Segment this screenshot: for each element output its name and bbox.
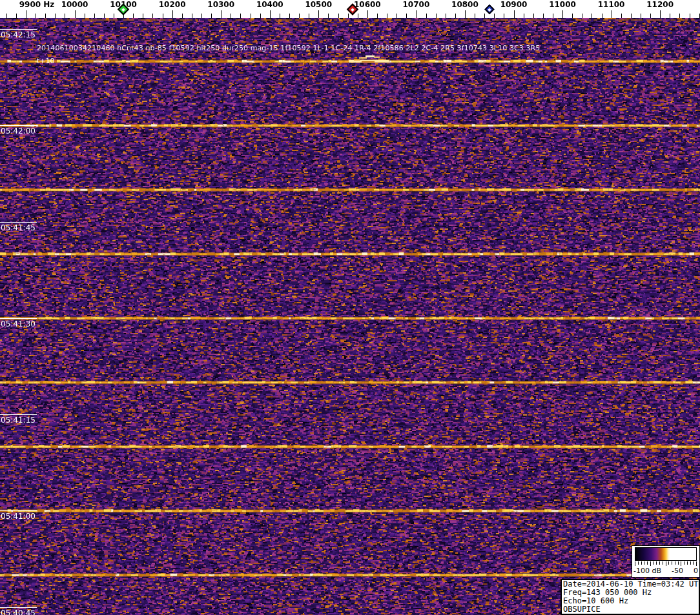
frequency-tick: [572, 14, 573, 18]
frequency-tick: [494, 14, 495, 18]
frequency-tick: [484, 14, 485, 18]
frequency-tick: [455, 14, 456, 18]
frequency-tick: [582, 14, 582, 18]
colorbar-label: -100 dB: [633, 567, 661, 575]
time-tick: [0, 318, 37, 319]
time-label: 05:41:30: [1, 319, 36, 328]
colorbar-gradient: [635, 547, 697, 561]
frequency-tick: [533, 14, 534, 18]
frequency-tick: [231, 14, 231, 18]
frequency-tick: [152, 14, 153, 18]
frequency-tick: [446, 14, 446, 18]
frequency-tick: [6, 14, 7, 18]
freq-tick-label: 9900 Hz: [19, 0, 55, 9]
frequency-tick: [328, 14, 329, 18]
time-label: 05:40:45: [1, 609, 36, 615]
frequency-tick: [396, 14, 397, 18]
frequency-tick: [260, 14, 261, 18]
spectrogram-app-window: 9900 Hz100001010010200103001040010500106…: [0, 0, 700, 615]
info-line: OBSUPICE: [562, 605, 699, 614]
frequency-tick: [26, 10, 26, 18]
frequency-tick: [348, 14, 349, 18]
frequency-tick: [221, 10, 221, 18]
frequency-tick: [416, 10, 417, 18]
frequency-tick: [699, 14, 700, 18]
time-label: 05:41:00: [1, 512, 36, 521]
frequency-tick: [553, 14, 553, 18]
frequency-tick: [299, 14, 300, 18]
frequency-tick: [318, 10, 319, 18]
frequency-tick: [251, 14, 251, 18]
frequency-tick: [163, 14, 163, 18]
freq-tick-label: 10500: [305, 0, 332, 9]
frequency-tick: [377, 14, 378, 18]
frequency-tick: [143, 14, 143, 18]
frequency-tick: [631, 14, 632, 18]
event-annotation: 20140610034210460 hCnt43 nb-85 f10592 hi…: [37, 44, 540, 52]
frequency-tick: [85, 14, 85, 18]
freq-tick-label: 10000: [61, 0, 88, 9]
frequency-tick: [182, 14, 183, 18]
freq-tick-label: 11200: [646, 0, 674, 9]
frequency-tick: [406, 14, 407, 18]
frequency-tick: [426, 14, 427, 18]
time-tick: [0, 125, 37, 126]
frequency-tick: [94, 14, 95, 18]
frequency-tick: [240, 14, 241, 18]
time-tick: [0, 222, 37, 223]
freq-tick-label: 10900: [500, 0, 528, 9]
frequency-tick: [612, 10, 612, 18]
time-label: 05:41:15: [1, 416, 36, 425]
frequency-tick: [114, 14, 114, 18]
frequency-tick: [36, 14, 36, 18]
frequency-tick: [562, 10, 563, 18]
colorbar-label: -50: [672, 567, 683, 575]
frequency-tick: [289, 14, 290, 18]
colorbar-ticks: [635, 561, 697, 566]
observation-info-box: Date=2014-06-10 Time=03:42 UTCFreq=143 0…: [561, 579, 700, 615]
freq-tick-label: 10600: [354, 0, 381, 9]
frequency-tick: [524, 14, 524, 18]
frequency-tick: [172, 10, 173, 18]
blue-diamond-marker[interactable]: [484, 4, 495, 14]
frequency-tick: [543, 14, 544, 18]
frequency-tick: [670, 14, 670, 18]
freq-tick-label: 11100: [598, 0, 625, 9]
time-tick: [0, 607, 37, 608]
freq-tick-label: 11000: [549, 0, 576, 9]
frequency-tick: [358, 14, 358, 18]
freq-tick-label: 10800: [451, 0, 479, 9]
frequency-tick: [201, 14, 202, 18]
frequency-tick: [280, 14, 280, 18]
color-scale-legend: -100 dB-500: [632, 545, 700, 578]
time-label: 05:42:00: [1, 126, 36, 136]
frequency-tick: [192, 14, 192, 18]
spectrogram-waterfall[interactable]: [0, 18, 700, 615]
frequency-tick: [133, 14, 134, 18]
colorbar-label: 0: [694, 567, 698, 575]
time-tick: [0, 29, 37, 30]
freq-tick-label: 10400: [256, 0, 283, 9]
frequency-tick: [55, 14, 56, 18]
frequency-tick: [690, 14, 690, 18]
frequency-tick: [592, 14, 592, 18]
frequency-tick: [338, 14, 339, 18]
frequency-tick: [309, 14, 309, 18]
time-tick: [0, 414, 37, 415]
frequency-tick: [436, 14, 437, 18]
frequency-tick: [679, 14, 680, 18]
frequency-tick: [16, 14, 17, 18]
time-label: 05:42:15: [1, 30, 36, 39]
time-tick: [0, 510, 37, 511]
colorbar-labels: -100 dB-500: [633, 567, 698, 575]
frequency-ruler[interactable]: 9900 Hz100001010010200103001040010500106…: [0, 0, 700, 18]
frequency-tick: [475, 14, 475, 18]
frequency-tick: [75, 10, 76, 18]
freq-tick-label: 10300: [207, 0, 234, 9]
freq-tick-label: 10700: [403, 0, 430, 9]
frequency-tick: [104, 14, 105, 18]
frequency-tick: [270, 10, 271, 18]
frequency-tick: [602, 14, 602, 18]
frequency-tick: [211, 14, 212, 18]
frequency-tick: [387, 14, 387, 18]
